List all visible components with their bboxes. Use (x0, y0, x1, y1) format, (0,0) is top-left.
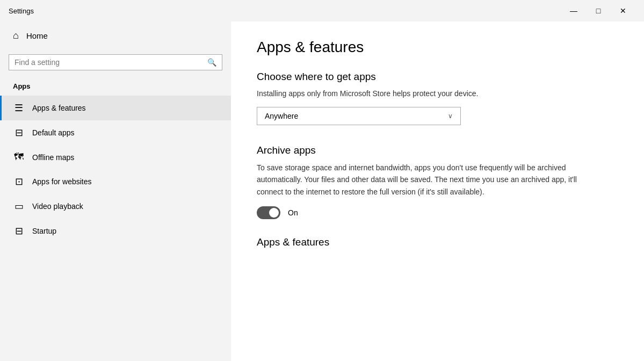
app-source-dropdown[interactable]: Anywhere ∨ (257, 107, 461, 125)
sidebar-item-apps-features[interactable]: ☰ Apps & features (0, 96, 231, 120)
video-playback-icon: ▭ (13, 200, 25, 212)
chevron-down-icon: ∨ (448, 112, 453, 120)
main-content: Apps & features Choose where to get apps… (231, 21, 644, 361)
startup-icon: ⊟ (13, 225, 25, 237)
sidebar-item-startup[interactable]: ⊟ Startup (0, 219, 231, 243)
sidebar-item-default-apps[interactable]: ⊟ Default apps (0, 120, 231, 145)
app-body: ⌂ Home 🔍 Apps ☰ Apps & features ⊟ Defaul… (0, 21, 644, 361)
sidebar-item-label: Startup (32, 227, 56, 235)
window-title: Settings (9, 7, 34, 15)
sidebar-item-label: Apps & features (32, 104, 86, 112)
archive-toggle[interactable] (257, 206, 280, 219)
title-bar: Settings — □ ✕ (0, 0, 644, 21)
offline-maps-icon: 🗺 (13, 151, 25, 163)
toggle-label: On (288, 208, 298, 217)
archive-toggle-row: On (257, 206, 618, 219)
archive-section: Archive apps To save storage space and i… (257, 145, 618, 219)
search-input[interactable] (15, 58, 203, 67)
sidebar-item-label: Offline maps (32, 153, 74, 162)
sidebar: ⌂ Home 🔍 Apps ☰ Apps & features ⊟ Defaul… (0, 21, 231, 361)
archive-section-heading: Archive apps (257, 145, 618, 156)
page-title: Apps & features (257, 39, 618, 56)
dropdown-value: Anywhere (265, 112, 298, 120)
choose-section-desc: Installing apps only from Microsoft Stor… (257, 88, 618, 99)
window-controls: — □ ✕ (561, 2, 635, 19)
sidebar-item-label: Video playback (32, 202, 83, 211)
sidebar-item-offline-maps[interactable]: 🗺 Offline maps (0, 145, 231, 169)
close-button[interactable]: ✕ (611, 2, 635, 19)
sidebar-item-label: Apps for websites (32, 177, 92, 186)
sidebar-section-title: Apps (0, 79, 231, 96)
sidebar-item-video-playback[interactable]: ▭ Video playback (0, 194, 231, 219)
choose-section-heading: Choose where to get apps (257, 71, 618, 83)
app-source-dropdown-container: Anywhere ∨ (257, 107, 618, 125)
maximize-button[interactable]: □ (586, 2, 611, 19)
sidebar-item-apps-websites[interactable]: ⊡ Apps for websites (0, 169, 231, 194)
home-icon: ⌂ (13, 30, 19, 41)
apps-websites-icon: ⊡ (13, 176, 25, 187)
minimize-button[interactable]: — (561, 2, 586, 19)
sidebar-item-label: Default apps (32, 128, 75, 137)
sidebar-home[interactable]: ⌂ Home (0, 21, 231, 50)
home-label: Home (26, 31, 48, 40)
search-icon: 🔍 (207, 58, 216, 67)
search-box[interactable]: 🔍 (9, 54, 222, 70)
default-apps-icon: ⊟ (13, 127, 25, 139)
archive-section-desc: To save storage space and internet bandw… (257, 162, 579, 198)
apps-features-icon: ☰ (13, 102, 25, 114)
toggle-knob (269, 208, 279, 218)
apps-features-footer-heading: Apps & features (257, 236, 618, 248)
